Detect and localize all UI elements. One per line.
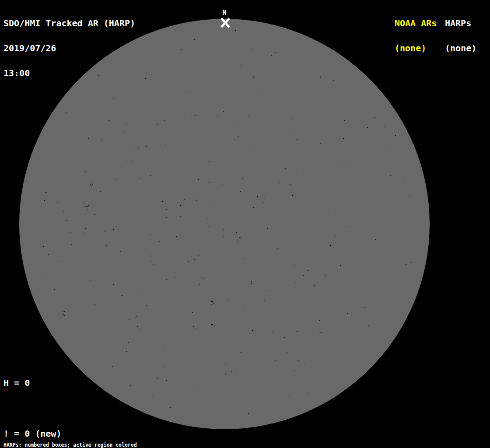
harps-status: HARPs (none) bbox=[445, 3, 476, 69]
footnote-harps: HARPs: numbered boxes; active region col… bbox=[4, 443, 179, 448]
footnote: HARPs: numbered boxes; active region col… bbox=[4, 433, 179, 448]
north-pole-marker-icon bbox=[220, 18, 231, 28]
noaa-ars-status: NOAA ARs (none) bbox=[395, 3, 437, 69]
harps-label: HARPs bbox=[445, 19, 476, 28]
page-title: SDO/HMI Tracked AR (HARP) bbox=[4, 19, 135, 28]
noaa-ars-value: (none) bbox=[395, 44, 437, 52]
observation-date: 2019/07/26 bbox=[4, 44, 135, 52]
harp-count-line: H = 0 bbox=[4, 379, 104, 387]
solar-tracking-view: SDO/HMI Tracked AR (HARP) 2019/07/26 13:… bbox=[0, 0, 490, 448]
header-left: SDO/HMI Tracked AR (HARP) 2019/07/26 13:… bbox=[4, 3, 135, 94]
harps-value: (none) bbox=[445, 44, 476, 52]
noaa-ars-label: NOAA ARs bbox=[395, 19, 437, 28]
north-pole-label: N bbox=[222, 10, 226, 16]
observation-time: 13:00 bbox=[4, 69, 135, 77]
